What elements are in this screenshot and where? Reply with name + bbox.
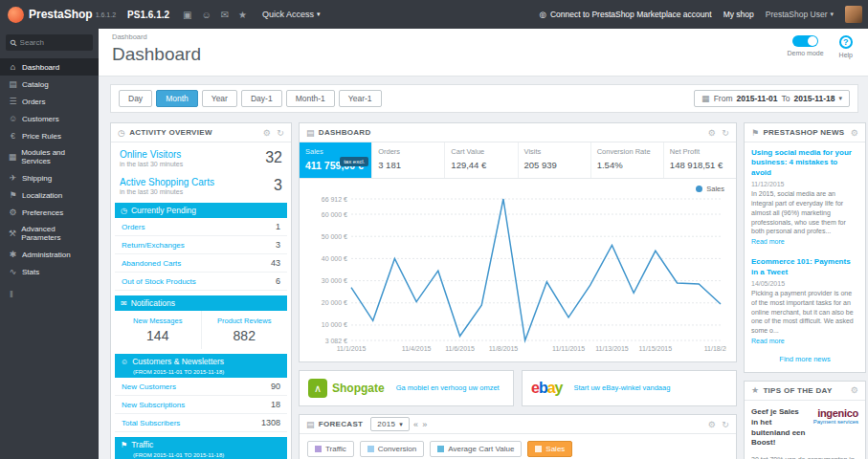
modules-icon: ▦ [8, 152, 17, 162]
row-new-customers[interactable]: New Customers 90 [115, 378, 287, 396]
tab-month-minus-1[interactable]: Month-1 [286, 90, 335, 107]
read-more-link[interactable]: Read more [751, 238, 858, 245]
row-return-exchanges[interactable]: Return/Exchanges 3 [115, 236, 287, 254]
svg-text:11/18/2015: 11/18/2015 [704, 345, 726, 352]
help-button[interactable]: ? Help [839, 35, 853, 58]
tab-year-minus-1[interactable]: Year-1 [339, 90, 382, 107]
row-out-of-stock[interactable]: Out of Stock Products 6 [115, 273, 287, 291]
active-carts-label: Active Shopping Carts [120, 177, 214, 187]
row-orders[interactable]: Orders 1 [115, 218, 287, 236]
ebay-promo-link[interactable]: Start uw eBay-winkel vandaag [574, 383, 671, 393]
demo-mode-toggle[interactable]: Demo mode [787, 35, 823, 58]
star-icon[interactable]: ★ [238, 10, 247, 20]
tab-year[interactable]: Year [202, 90, 237, 107]
messages-icon[interactable]: ✉ [221, 10, 229, 20]
user-avatar[interactable] [845, 6, 862, 23]
clock-icon: ◷ [118, 128, 125, 138]
tips-panel-title: TIPS OF THE DAY [763, 386, 832, 395]
settings-icon[interactable]: ⚙ [263, 128, 271, 138]
news-article-title[interactable]: Ecommerce 101: Payments in a Tweet [751, 257, 858, 277]
date-range-picker[interactable]: ▦ From 2015-11-01 To 2015-11-18 ▾ [694, 90, 850, 107]
sidebar-item-catalog[interactable]: ▤ Catalog [0, 76, 99, 93]
prestashop-news-panel: ⚑ PRESTASHOP NEWS ⚙ Using social media f… [744, 122, 866, 373]
customers-newsletters-title: Customers & Newsletters [132, 357, 224, 366]
cart-icon[interactable]: ▣ [183, 10, 191, 20]
settings-icon[interactable]: ⚙ [851, 128, 858, 138]
refresh-icon[interactable]: ↻ [722, 420, 729, 429]
kpi-visits[interactable]: Visits 205 939 [519, 142, 591, 178]
forecast-year-select[interactable]: 2015 ▾ [370, 417, 410, 431]
row-abandoned-carts[interactable]: Abandoned Carts 43 [115, 254, 287, 273]
online-visitors-value: 32 [265, 149, 282, 166]
sidebar-item-price-rules[interactable]: € Price Rules [0, 127, 99, 144]
shop-name-link[interactable]: PS1.6.1.2 [127, 10, 169, 20]
kpi-orders[interactable]: Orders 3 181 [372, 142, 445, 178]
read-more-link[interactable]: Read more [751, 338, 858, 344]
sidebar-item-label: Customers [22, 115, 59, 123]
forecast-toggle-sales[interactable]: Sales [527, 441, 572, 457]
sidebar-item-modules[interactable]: ▦ Modules and Services [0, 144, 99, 169]
marketplace-connect-link[interactable]: ◎ Connect to PrestaShop Marketplace acco… [540, 10, 712, 19]
sidebar-item-label: Modules and Services [21, 148, 91, 165]
shopgate-promo-link[interactable]: Ga mobiel en verhoog uw omzet [396, 383, 500, 393]
kpi-sales[interactable]: Sales 411 759,00 € tax excl. [300, 142, 372, 178]
previous-year-button[interactable]: « [413, 420, 418, 429]
breadcrumb[interactable]: Dashboard [112, 33, 855, 41]
news-article-excerpt: Picking a payment provider is one of the… [751, 289, 858, 336]
currently-pending-title: Currently Pending [131, 206, 196, 215]
refresh-icon[interactable]: ↻ [722, 128, 729, 138]
sidebar-search[interactable]: ⚲ [6, 34, 93, 51]
collapse-sidebar-button[interactable]: ‖ [0, 280, 99, 309]
row-total-subscribers[interactable]: Total Subscribers 1308 [115, 414, 287, 432]
active-carts-sub: in the last 30 minutes [120, 188, 214, 195]
active-carts-stat[interactable]: Active Shopping Carts in the last 30 min… [111, 170, 291, 198]
tab-day[interactable]: Day [119, 90, 152, 107]
find-more-news-link[interactable]: Find more news [745, 351, 865, 372]
sidebar-item-orders[interactable]: ☰ Orders [0, 93, 99, 110]
sidebar-item-shipping[interactable]: ✈ Shipping [0, 169, 99, 186]
forecast-toggle-conversion[interactable]: Conversion [360, 441, 424, 457]
refresh-icon[interactable]: ↻ [277, 128, 284, 138]
svg-text:40 000 €: 40 000 € [322, 255, 347, 262]
kpi-cart-value[interactable]: Cart Value 129,44 € [445, 142, 518, 178]
sidebar-item-stats[interactable]: ∿ Stats [0, 263, 99, 280]
forecast-toggle-traffic[interactable]: Traffic [307, 441, 354, 457]
active-carts-value: 3 [274, 177, 282, 194]
settings-icon[interactable]: ⚙ [708, 128, 716, 138]
quick-access-menu[interactable]: Quick Access ▾ [262, 10, 321, 19]
sidebar-item-label: Shipping [22, 174, 52, 183]
kpi-conversion-rate[interactable]: Conversion Rate 1.54% [591, 142, 664, 178]
kpi-net-profit[interactable]: Net Profit 148 918,51 € [664, 142, 736, 178]
sidebar-item-customers[interactable]: ☺ Customers [0, 110, 99, 127]
tab-day-minus-1[interactable]: Day-1 [241, 90, 282, 107]
ebay-promo: ebay Start uw eBay-winkel vandaag [522, 370, 737, 406]
my-shop-link[interactable]: My shop [723, 10, 754, 19]
online-visitors-stat[interactable]: Online Visitors in the last 30 minutes 3… [111, 142, 291, 170]
flag-icon: ⚑ [121, 441, 127, 449]
row-new-subscriptions[interactable]: New Subscriptions 18 [115, 396, 287, 414]
settings-icon[interactable]: ⚙ [708, 420, 716, 429]
news-article-title[interactable]: Using social media for your business: 4 … [751, 148, 858, 178]
sidebar-item-administration[interactable]: ✱ Administration [0, 246, 99, 263]
forecast-toggle-average-cart-value[interactable]: Average Cart Value [430, 441, 522, 457]
price-rules-icon: € [8, 131, 18, 141]
tab-month[interactable]: Month [156, 90, 198, 107]
sidebar: ⚲ ⌂ Dashboard ▤ Catalog ☰ Orders ☺ Custo… [0, 29, 99, 459]
advanced-parameters-icon: ⚒ [8, 229, 17, 238]
svg-text:50 000 €: 50 000 € [322, 233, 347, 240]
sidebar-item-advanced-parameters[interactable]: ⚒ Advanced Parameters [0, 221, 99, 246]
next-year-button[interactable]: » [422, 420, 427, 429]
svg-text:11/4/2015: 11/4/2015 [402, 345, 432, 352]
sidebar-item-preferences[interactable]: ⚙ Preferences [0, 204, 99, 221]
sidebar-item-dashboard[interactable]: ⌂ Dashboard [0, 58, 99, 76]
user-menu[interactable]: PrestaShop User ▾ [766, 10, 834, 19]
toggle-switch-icon[interactable] [792, 35, 818, 47]
settings-icon[interactable]: ⚙ [851, 385, 858, 395]
product-reviews-stat[interactable]: Product Reviews 882 [202, 311, 288, 349]
sidebar-item-localization[interactable]: ⚑ Localization [0, 186, 99, 204]
new-messages-stat[interactable]: New Messages 144 [115, 311, 202, 349]
customers-icon[interactable]: ☺ [201, 10, 211, 20]
svg-text:11/15/2015: 11/15/2015 [639, 345, 673, 352]
sales-chart-area: Sales 3 082 €10 000 €20 000 €30 000 €40 … [300, 179, 736, 361]
search-input[interactable] [20, 38, 87, 47]
